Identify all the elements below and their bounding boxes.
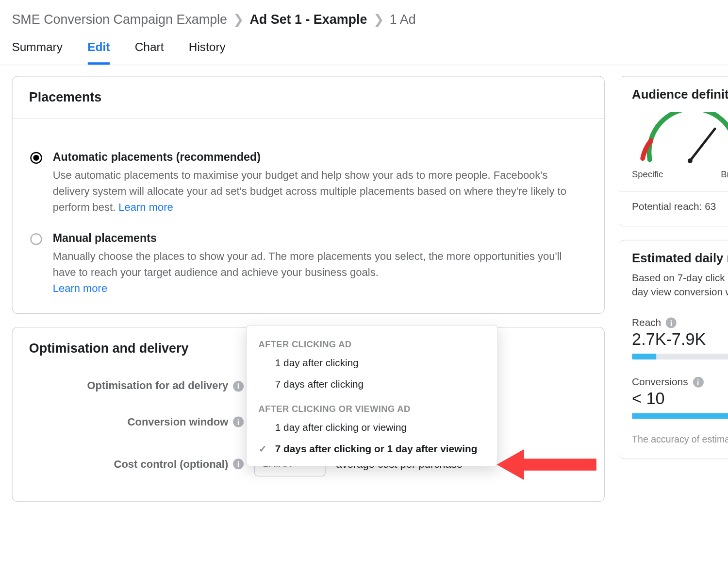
tab-bar: Summary Edit Chart History: [0, 30, 728, 65]
audience-gauge: [632, 112, 728, 166]
option-7-day-click[interactable]: 7 days after clicking: [247, 374, 497, 395]
popover-group-click-view: AFTER CLICKING OR VIEWING AD: [247, 395, 497, 417]
potential-reach: Potential reach: 63: [632, 200, 728, 214]
radio-automatic-placements[interactable]: [30, 152, 42, 164]
check-icon: ✓: [259, 443, 266, 454]
breadcrumb-campaign[interactable]: SME Conversion Campaign Example: [12, 12, 227, 27]
svg-line-0: [690, 129, 715, 161]
tab-chart[interactable]: Chart: [135, 40, 164, 65]
option-1-day-click-view[interactable]: 1 day after clicking or viewing: [247, 417, 497, 439]
manual-placements-title: Manual placements: [53, 232, 586, 245]
chevron-right-icon: ❯: [373, 12, 384, 27]
highlight-arrow-icon: [497, 447, 598, 482]
estimated-daily-title: Estimated daily results: [632, 251, 728, 265]
info-icon[interactable]: i: [693, 377, 703, 388]
conversions-bar: [632, 413, 728, 419]
audience-definition-card: Audience definition: [619, 76, 728, 226]
estimate-note: The accuracy of estimates is based on pa…: [632, 433, 728, 446]
cost-control-label: Cost control (optional) i: [30, 458, 244, 470]
estimated-daily-card: Estimated daily results Based on 7-day c…: [619, 239, 728, 459]
estimated-daily-sub: Based on 7-day click and 1-day view conv…: [632, 271, 728, 299]
placements-card: Placements Automatic placements (recomme…: [12, 76, 605, 314]
tab-history[interactable]: History: [189, 40, 226, 65]
info-icon[interactable]: i: [666, 318, 677, 328]
option-7-day-click-1-day-view[interactable]: ✓ 7 days after clicking or 1 day after v…: [247, 439, 497, 460]
reach-label: Reach: [632, 317, 661, 329]
audience-definition-title: Audience definition: [632, 87, 728, 102]
learn-more-link[interactable]: Learn more: [53, 282, 107, 294]
svg-point-1: [688, 158, 693, 163]
reach-value: 2.7K-7.9K: [632, 330, 728, 349]
chevron-right-icon: ❯: [233, 12, 244, 27]
conversion-window-label: Conversion window i: [30, 416, 244, 428]
svg-marker-2: [497, 449, 596, 480]
conversion-window-popover: AFTER CLICKING AD 1 day after clicking 7…: [246, 325, 498, 466]
option-1-day-click[interactable]: 1 day after clicking: [247, 353, 497, 374]
conversions-label: Conversions: [632, 376, 688, 388]
opt-delivery-label: Optimisation for ad delivery i: [30, 380, 244, 392]
gauge-broad-label: Broad: [721, 169, 728, 179]
breadcrumb: SME Conversion Campaign Example ❯ Ad Set…: [0, 0, 728, 30]
info-icon[interactable]: i: [233, 381, 244, 392]
reach-bar: [632, 354, 728, 359]
breadcrumb-ad[interactable]: 1 Ad: [390, 12, 416, 27]
gauge-specific-label: Specific: [632, 169, 663, 179]
conversions-value: < 10: [632, 390, 728, 409]
tab-summary[interactable]: Summary: [12, 40, 63, 65]
info-icon[interactable]: i: [233, 416, 244, 427]
info-icon[interactable]: i: [233, 459, 244, 469]
auto-placements-desc: Use automatic placements to maximise you…: [53, 167, 586, 215]
manual-placements-desc: Manually choose the places to show your …: [53, 249, 586, 297]
learn-more-link[interactable]: Learn more: [118, 201, 173, 213]
placements-title: Placements: [13, 77, 604, 119]
radio-manual-placements[interactable]: [30, 233, 42, 245]
tab-edit[interactable]: Edit: [87, 40, 110, 65]
popover-group-click: AFTER CLICKING AD: [247, 330, 497, 352]
auto-placements-title: Automatic placements (recommended): [53, 151, 586, 164]
breadcrumb-adset[interactable]: Ad Set 1 - Example: [249, 12, 367, 27]
